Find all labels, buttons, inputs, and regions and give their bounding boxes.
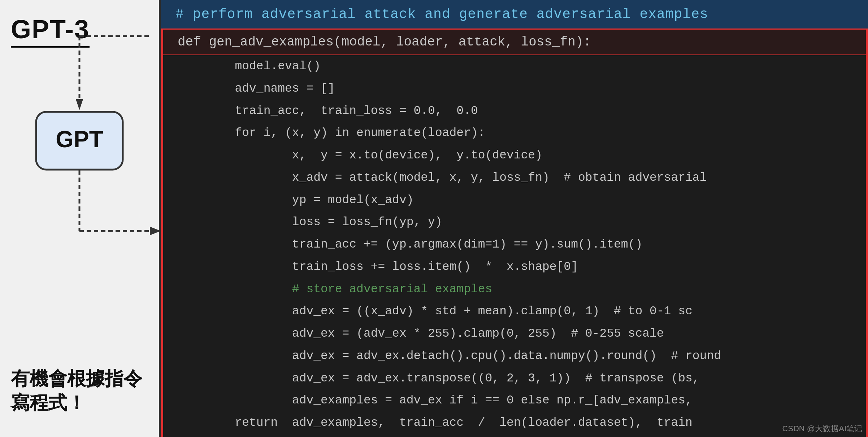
code-line-11: # store adversarial examples (163, 278, 866, 301)
code-line-1: model.eval() (163, 55, 866, 78)
right-panel: # perform adversarial attack and generat… (159, 0, 868, 437)
code-def-line: def gen_adv_examples(model, loader, atta… (161, 30, 868, 55)
code-line-6: x_adv = attack(model, x, y, loss_fn) # o… (163, 167, 866, 189)
watermark: CSDN @大数据AI笔记 (782, 423, 862, 434)
bottom-text: 有機會根據指令 寫程式！ (11, 367, 142, 415)
code-line-14: adv_ex = adv_ex.detach().cpu().data.nump… (163, 345, 866, 367)
svg-marker-7 (150, 227, 159, 235)
code-body: model.eval() adv_names = [] train_acc, t… (161, 55, 868, 437)
code-line-7: yp = model(x_adv) (163, 189, 866, 211)
code-line-15: adv_ex = adv_ex.transpose((0, 2, 3, 1)) … (163, 367, 866, 390)
code-line-10: train_loss += loss.item() * x.shape[0] (163, 256, 866, 278)
code-line-16: adv_examples = adv_ex if i == 0 else np.… (163, 389, 866, 412)
code-line-3: train_acc, train_loss = 0.0, 0.0 (163, 100, 866, 122)
diagram-svg: GPT (0, 29, 159, 354)
svg-text:GPT: GPT (56, 126, 103, 152)
code-line-12: adv_ex = ((x_adv) * std + mean).clamp(0,… (163, 300, 866, 323)
code-line-13: adv_ex = (adv_ex * 255).clamp(0, 255) # … (163, 323, 866, 345)
code-line-4: for i, (x, y) in enumerate(loader): (163, 122, 866, 144)
code-line-17: return adv_examples, train_acc / len(loa… (163, 412, 866, 434)
svg-marker-2 (76, 99, 83, 110)
left-panel: GPT-3 GPT 有機會根據指令 寫程式！ (0, 0, 159, 437)
code-line-9: train_acc += (yp.argmax(dim=1) == y).sum… (163, 233, 866, 256)
code-comment-line: # perform adversarial attack and generat… (161, 0, 868, 30)
code-line-5: x, y = x.to(device), y.to(device) (163, 144, 866, 167)
code-line-2: adv_names = [] (163, 78, 866, 100)
code-line-8: loss = loss_fn(yp, y) (163, 211, 866, 233)
